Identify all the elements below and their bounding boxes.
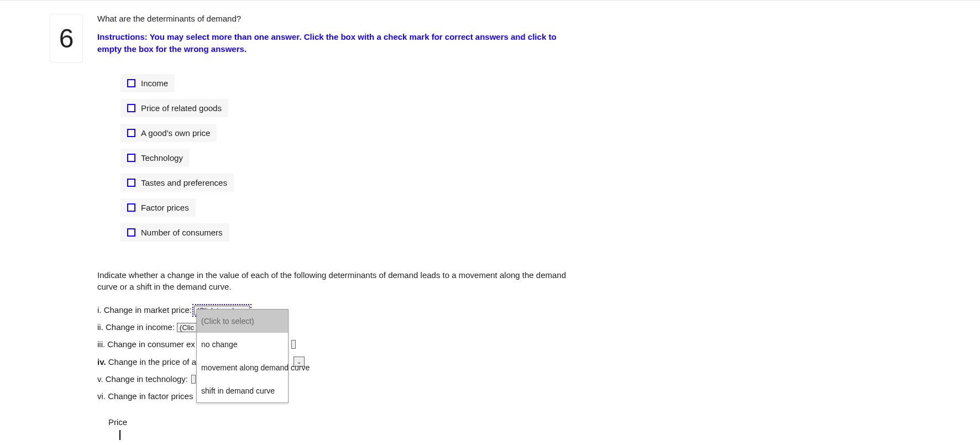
select-iii-edge[interactable]: [291, 340, 296, 349]
checkbox-option-technology[interactable]: Technology: [120, 149, 190, 167]
y-axis-label: Price: [108, 417, 567, 427]
subitem-i: i. Change in market price: (Click to sel…: [97, 305, 567, 315]
y-axis-line: [119, 430, 120, 440]
question-container: 6 What are the determinants of demand? I…: [0, 14, 663, 440]
select-wrap-ii: (Clic (Click to select) no change moveme…: [177, 322, 202, 332]
subitem-label: ii. Change in income:: [97, 322, 175, 332]
subitem-label: v. Change in technology:: [97, 374, 188, 384]
instructions-text: Instructions: You may select more than o…: [97, 31, 567, 55]
checkbox-label: Factor prices: [141, 203, 189, 212]
checkbox-icon[interactable]: [127, 203, 135, 212]
checkbox-list: Income Price of related goods A good's o…: [97, 74, 567, 242]
dropdown-option-movement[interactable]: movement along demand curve: [197, 356, 288, 379]
dropdown-open: (Click to select) no change movement alo…: [196, 309, 289, 403]
subitem-label: i. Change in market price:: [97, 305, 192, 315]
checkbox-option-tastes[interactable]: Tastes and preferences: [120, 174, 234, 192]
subitems-list: i. Change in market price: (Click to sel…: [97, 305, 567, 401]
checkbox-option-consumers[interactable]: Number of consumers: [120, 223, 229, 242]
checkbox-label: Income: [141, 78, 168, 88]
page: 6 What are the determinants of demand? I…: [0, 0, 980, 440]
checkbox-label: Tastes and preferences: [141, 178, 227, 187]
dropdown-option-placeholder[interactable]: (Click to select): [197, 310, 288, 333]
subitem-ii: ii. Change in income: (Clic (Click to se…: [97, 322, 567, 332]
checkbox-label: Number of consumers: [141, 228, 223, 237]
question-text: What are the determinants of demand?: [97, 14, 567, 23]
subitem-label: vi. Change in factor prices: [97, 391, 193, 401]
checkbox-option-factor-prices[interactable]: Factor prices: [120, 198, 196, 217]
subitem-label: iii. Change in consumer ex: [97, 339, 195, 349]
subitem-label: iv. Change in the price of a: [97, 357, 196, 367]
checkbox-icon[interactable]: [127, 154, 135, 162]
subitem-vi: vi. Change in factor prices: [97, 391, 567, 401]
checkbox-option-own-price[interactable]: A good's own price: [120, 124, 217, 142]
subitem-v: v. Change in technology:: [97, 374, 567, 384]
checkbox-icon[interactable]: [127, 104, 135, 112]
subitem-iv: iv. Change in the price of a ⌄: [97, 357, 567, 367]
subprompt-text: Indicate whether a change in the value o…: [97, 269, 567, 294]
checkbox-icon[interactable]: [127, 228, 135, 237]
checkbox-icon[interactable]: [127, 79, 135, 87]
checkbox-label: A good's own price: [141, 128, 210, 138]
checkbox-label: Price of related goods: [141, 103, 222, 113]
checkbox-icon[interactable]: [127, 129, 135, 137]
select-value: (Clic: [180, 323, 194, 332]
checkbox-label: Technology: [141, 153, 183, 163]
question-number: 6: [59, 23, 74, 54]
select-v-edge[interactable]: [191, 375, 196, 384]
question-body: What are the determinants of demand? Ins…: [97, 14, 567, 440]
dropdown-option-shift[interactable]: shift in demand curve: [197, 379, 288, 402]
checkbox-option-income[interactable]: Income: [120, 74, 175, 92]
question-number-box: 6: [50, 14, 83, 62]
checkbox-icon[interactable]: [127, 179, 135, 187]
dropdown-option-no-change[interactable]: no change: [197, 333, 288, 356]
chart-area: Price: [97, 417, 567, 440]
subitem-iii: iii. Change in consumer ex: [97, 339, 567, 349]
checkbox-option-related-goods[interactable]: Price of related goods: [120, 99, 228, 117]
